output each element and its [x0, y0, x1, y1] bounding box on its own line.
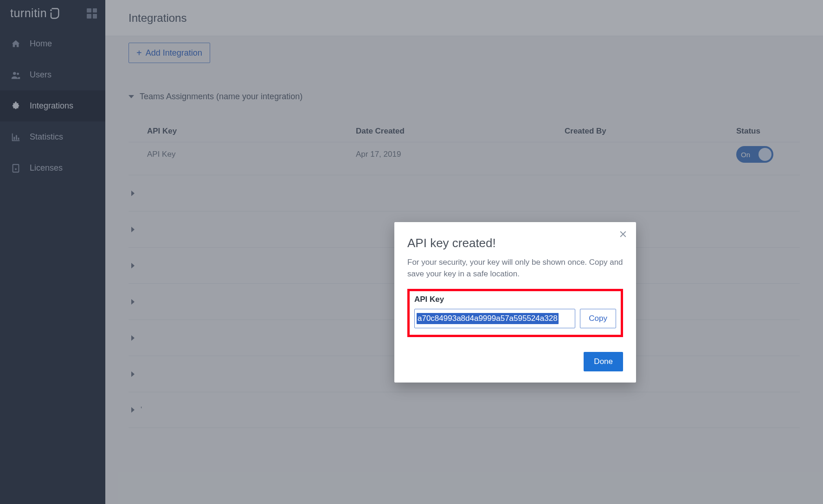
modal-actions: Done: [407, 352, 623, 371]
modal-body: For your security, your key will only be…: [407, 257, 623, 280]
api-key-input[interactable]: a70c84993a8d4a9999a57a595524a328: [414, 309, 575, 328]
api-key-label: API Key: [414, 295, 616, 304]
copy-button[interactable]: Copy: [580, 309, 616, 328]
api-key-row: a70c84993a8d4a9999a57a595524a328 Copy: [414, 309, 616, 328]
close-button[interactable]: [617, 228, 630, 241]
close-icon: [619, 230, 627, 238]
api-key-value: a70c84993a8d4a9999a57a595524a328: [417, 313, 559, 324]
api-key-highlight: API Key a70c84993a8d4a9999a57a595524a328…: [407, 289, 623, 337]
modal-title: API key created!: [407, 236, 623, 250]
api-key-modal: API key created! For your security, your…: [394, 222, 636, 383]
done-button[interactable]: Done: [584, 352, 623, 371]
